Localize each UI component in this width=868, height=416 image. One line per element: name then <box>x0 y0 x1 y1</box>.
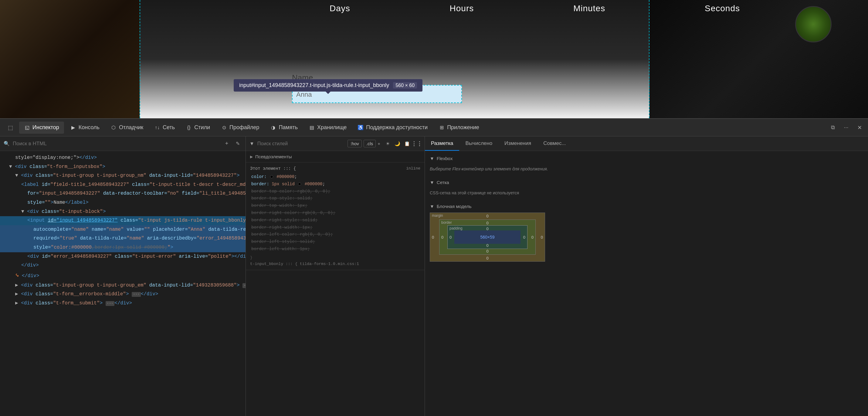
box-model-diagram: margin 0 0 0 0 border 0 0 0 0 <box>430 213 545 273</box>
css-rule-border-right-style: border-right-style: solid; <box>251 217 420 224</box>
css-rule-border-left-width: border-left-width: 1px; <box>251 246 420 253</box>
tab-vychisleno[interactable]: Вычислено <box>459 136 498 151</box>
border-color-swatch[interactable] <box>298 182 301 185</box>
padding-top-value: 0 <box>486 227 488 231</box>
preview-bg-center: Days Hours Minutes Seconds Name Anna <box>140 0 649 118</box>
tab-storage[interactable]: ▤ Хранилище <box>304 122 351 134</box>
tab-styles[interactable]: {} Стили <box>181 122 215 134</box>
layout-panel: Разметка Вычислено Изменения Совмес... ▼… <box>425 136 868 416</box>
padding-right-value: 0 <box>523 235 525 240</box>
add-node-button[interactable]: + <box>222 139 231 148</box>
tab-console[interactable]: ▶ Консоль <box>65 122 104 134</box>
flexbox-note: Выберите Flex-контейнер или элемент для … <box>430 164 863 174</box>
html-line: for="input_1494858943227" data-redactor-… <box>0 189 246 198</box>
flexbox-header[interactable]: ▼ Flexbox <box>430 156 863 161</box>
plus-button[interactable]: + <box>377 141 380 146</box>
html-line: ▼ <div class="t-input-block"> <box>0 207 246 216</box>
css-rule-border-top-width: border-top-width: 1px; <box>251 202 420 210</box>
block-model-header[interactable]: ▼ Блочная модель <box>430 204 863 209</box>
pick-element-button[interactable]: ✎ <box>234 139 242 148</box>
tab-inspector[interactable]: ◱ Инспектор <box>19 122 64 134</box>
console-label: Консоль <box>79 124 99 131</box>
light-mode-button[interactable]: ☀ <box>383 139 392 148</box>
html-line: </div> <box>0 261 246 270</box>
styles-panel: ▼ :hov .cls + ☀ 🌙 📋 ⋮⋮ ▶ Псевдоэлементы <box>246 136 425 416</box>
countdown-days: Days <box>330 4 350 13</box>
dark-mode-button[interactable]: 🌙 <box>393 139 402 148</box>
pseudoelements-section: ▶ Псевдоэлементы <box>246 151 425 163</box>
hov-cls-bar: :hov .cls + <box>347 140 380 147</box>
tab-debugger[interactable]: ⬡ Отладчик <box>105 122 148 134</box>
cls-button[interactable]: .cls <box>364 140 376 147</box>
accessibility-label: Поддержка доступности <box>366 124 428 131</box>
devtools-cursor-btn[interactable]: ⬚ <box>3 122 18 134</box>
tab-razmetka[interactable]: Разметка <box>425 136 459 151</box>
cursor-icon: ⬚ <box>8 124 13 131</box>
html-line-selected: required="true" data-tilda-rule="name" a… <box>0 234 246 243</box>
element-tooltip: input#input_1494858943227.t-input.js-til… <box>234 79 423 92</box>
html-line: ▼ <div class="t-form__inputsbox"> <box>0 163 246 172</box>
html-line-selected: <input id="input_1494858943227" class="t… <box>0 216 246 225</box>
html-line: ▶ <div class="t-input-group t-input-grou… <box>0 281 246 290</box>
content-size: 560×59 <box>480 235 494 240</box>
css-rule-color: color: #000000; <box>251 173 420 181</box>
devtools-main: 🔍 + ✎ style="display:none;"></div> ▼ <di… <box>0 136 868 416</box>
application-icon: ⊞ <box>439 125 445 131</box>
screenshot-button[interactable]: 📋 <box>403 139 411 148</box>
close-devtools-button[interactable]: ✕ <box>854 122 865 133</box>
preview-bg-left <box>0 0 140 118</box>
styles-search-input[interactable] <box>257 141 345 146</box>
hov-button[interactable]: :hov <box>347 140 362 147</box>
content-box: 560×59 <box>454 231 521 244</box>
element-section-title: Этот элемент <box>250 166 281 171</box>
pseudoelements-header[interactable]: ▶ Псевдоэлементы <box>250 154 420 159</box>
more-options-button[interactable]: ··· <box>841 122 851 133</box>
html-line: ▶ <div class="t-form__errorbox-middle"> … <box>0 290 246 299</box>
layout-tabs: Разметка Вычислено Изменения Совмес... <box>425 136 868 151</box>
html-line: <label id="field-title_1494858943227" cl… <box>0 180 246 189</box>
network-label: Сеть <box>163 124 175 131</box>
padding-bottom-value: 0 <box>486 243 488 248</box>
element-title: Этот элемент ::: { inline <box>250 166 420 171</box>
css-rule-border-left-color: border-left-color: rgb(0, 0, 0); <box>251 231 420 238</box>
tab-izmeneniya[interactable]: Изменения <box>498 136 537 151</box>
tab-profiler[interactable]: ⊙ Профайлер <box>216 122 264 134</box>
undock-button[interactable]: ⧉ <box>827 122 838 133</box>
margin-label: margin <box>432 213 443 218</box>
grid-arrow: ▼ <box>430 180 434 185</box>
tab-network[interactable]: ↑↓ Сеть <box>149 122 180 134</box>
grid-header[interactable]: ▼ Сетка <box>430 180 863 185</box>
inspector-panel: 🔍 + ✎ style="display:none;"></div> ▼ <di… <box>0 136 246 416</box>
color-swatch-black[interactable] <box>270 175 273 178</box>
html-line: <div id="error_1494858943227" class="t-i… <box>0 252 246 262</box>
layout-content: ▼ Flexbox Выберите Flex-контейнер или эл… <box>425 151 868 416</box>
block-model-arrow: ▼ <box>430 204 434 209</box>
border-bottom-value: 0 <box>486 249 488 253</box>
css-rule-border-right-color: border-right-color: rgb(0, 0, 0); <box>251 210 420 217</box>
tab-application[interactable]: ⊞ Приложение <box>434 122 484 134</box>
inspector-search-actions: + ✎ <box>222 139 242 148</box>
tooltip-selector: input#input_1494858943227.t-input.js-til… <box>239 82 389 88</box>
more-styles-button[interactable]: ⋮⋮ <box>412 139 421 148</box>
debugger-icon: ⬡ <box>111 125 117 131</box>
preview-bg-right <box>649 0 868 118</box>
padding-label: padding <box>450 226 463 231</box>
block-model-label: Блочная модель <box>437 204 472 209</box>
element-source: inline <box>406 166 420 171</box>
storage-icon: ▤ <box>309 125 315 131</box>
tab-memory[interactable]: ◑ Память <box>265 122 303 134</box>
tab-accessibility[interactable]: ♿ Поддержка доступности <box>353 122 432 134</box>
pseudoelements-label: Псевдоэлементы <box>255 154 292 159</box>
html-line: style="display:none;"></div> <box>0 153 246 163</box>
element-brace-open: ::: { <box>283 166 296 171</box>
memory-label: Память <box>279 124 298 131</box>
inspector-search-bar: 🔍 + ✎ <box>0 136 246 151</box>
grid-label: Сетка <box>437 180 449 185</box>
css-rule-border-top-color: border-top-color: rgb(0, 0, 0); <box>251 188 420 195</box>
grid-note: CSS-сетка на этой странице не использует… <box>430 188 863 198</box>
html-line: ▶ <div class="t-form__submit"> ···</div> <box>0 299 246 308</box>
html-search-input[interactable] <box>13 141 219 147</box>
border-label: border <box>441 220 452 225</box>
styles-icon: {} <box>186 125 192 131</box>
tab-sovmes[interactable]: Совмес... <box>537 136 572 151</box>
